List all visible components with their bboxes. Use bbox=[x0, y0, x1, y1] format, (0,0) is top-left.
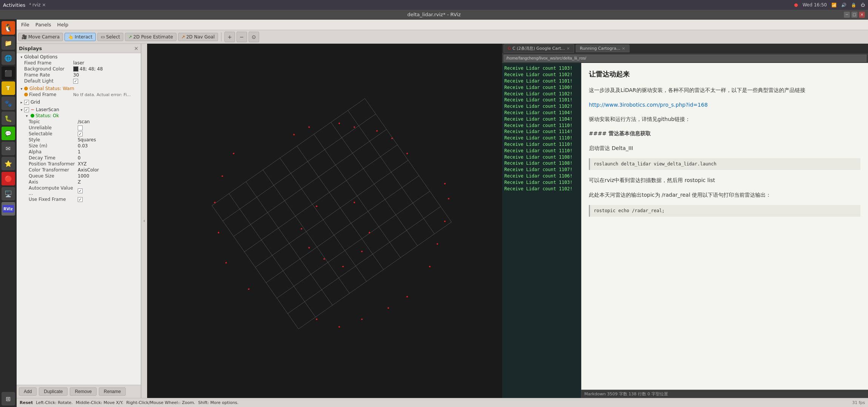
background-color-label: Background Color bbox=[24, 66, 73, 72]
global-options-row[interactable]: ▾ Global Options bbox=[18, 54, 139, 60]
taskbar-star-icon[interactable]: ⭐ bbox=[2, 157, 15, 170]
browser-tab-close-1[interactable]: × bbox=[622, 46, 625, 51]
grid-checkbox[interactable]: ✓ bbox=[24, 100, 29, 105]
close-button[interactable]: × bbox=[859, 12, 865, 18]
3d-canvas[interactable] bbox=[147, 44, 502, 398]
app-container: delta_lidar.rviz* - RViz − □ × 🐧 📁 🌐 ⬛ T… bbox=[0, 10, 868, 407]
terminal-line: Receive Lidar count 1110! bbox=[504, 135, 579, 141]
taskbar-ubuntu-icon[interactable]: 🐧 bbox=[2, 21, 15, 35]
unreliable-value[interactable] bbox=[78, 125, 83, 130]
section-heading1: 让雷达动起来 bbox=[589, 69, 860, 80]
camera-move-icon: 🎥 bbox=[22, 34, 27, 40]
selectable-value[interactable]: ✓ bbox=[78, 132, 83, 136]
select-button[interactable]: ▭ Select bbox=[97, 33, 123, 41]
taskbar-mail-icon[interactable]: ✉️ bbox=[2, 142, 15, 155]
panel-collapse-button[interactable]: ‹ bbox=[141, 44, 147, 398]
color-transformer-value[interactable]: AxisColor bbox=[78, 167, 99, 173]
fixed-frame-value[interactable]: laser bbox=[73, 60, 84, 66]
global-options-expander[interactable]: ▾ bbox=[19, 55, 24, 59]
global-status-expander[interactable]: ▾ bbox=[19, 87, 24, 91]
taskbar-monitor-icon[interactable]: 🖥️ bbox=[2, 187, 15, 200]
maximize-button[interactable]: □ bbox=[851, 12, 857, 18]
fixed-frame-warn-value: No tf data. Actual error: Fi... bbox=[73, 92, 131, 97]
remove-button[interactable]: Remove bbox=[70, 387, 97, 396]
terminal-line: Receive Lidar count 1102! bbox=[504, 72, 579, 78]
laserscan-row[interactable]: ▾ ✓ ~ LaserScan bbox=[18, 107, 139, 113]
color-transformer-row: Color Transformer AxisColor bbox=[18, 167, 139, 173]
menu-file[interactable]: File bbox=[18, 21, 32, 28]
3d-viewport[interactable] bbox=[147, 44, 502, 398]
toolbar-camera-button[interactable]: ⊙ bbox=[249, 32, 259, 42]
browser-tab-close-0[interactable]: × bbox=[567, 46, 570, 51]
taskbar-text-icon[interactable]: T bbox=[2, 81, 15, 95]
fps-counter: 31 fps bbox=[852, 400, 865, 405]
autocompute-checkbox[interactable]: ✓ bbox=[78, 188, 83, 193]
rviz-app-label[interactable]: ⁴ rviz × bbox=[29, 2, 46, 8]
section1-text: 这一步涉及及LiDAR的驱动安装，各种不同的雷达不太一样，以下是一些典型雷达的产… bbox=[589, 86, 860, 94]
shift-help: Shift: More options. bbox=[198, 400, 238, 405]
grid-expander[interactable]: ▸ bbox=[19, 100, 24, 104]
taskbar-bug-icon[interactable]: 🐛 bbox=[2, 112, 15, 125]
browser-tab-google[interactable]: G C (2条消息) Google Cart... × bbox=[504, 44, 574, 53]
taskbar-files-icon[interactable]: 📁 bbox=[2, 36, 15, 50]
rename-button[interactable]: Rename bbox=[99, 387, 126, 396]
size-value[interactable]: 0.03 bbox=[78, 143, 88, 148]
section5-text: 此处本天河雷达的输出topic为 /radar_real 使用以下语句打印当前雷… bbox=[589, 191, 860, 199]
move-camera-button[interactable]: 🎥 Move Camera bbox=[18, 33, 63, 41]
laserscan-checkbox[interactable]: ✓ bbox=[24, 107, 29, 112]
duplicate-button[interactable]: Duplicate bbox=[39, 387, 68, 396]
add-button[interactable]: Add bbox=[19, 387, 37, 396]
pose-estimate-button[interactable]: ↗ 2D Pose Estimate bbox=[125, 33, 176, 41]
activities-button[interactable]: Activities bbox=[3, 2, 25, 8]
link1[interactable]: http://www.3irobotics.com/pro_s.php?id=1… bbox=[589, 102, 708, 108]
default-light-row: Default Light ✓ bbox=[18, 78, 139, 84]
use-fixed-frame-checkbox[interactable]: ✓ bbox=[78, 197, 83, 202]
topic-value[interactable]: /scan bbox=[78, 119, 90, 124]
taskbar-rviz-icon[interactable]: RViz bbox=[2, 202, 15, 216]
displays-close-button[interactable]: × bbox=[134, 45, 138, 51]
reset-button[interactable]: Reset bbox=[20, 400, 33, 405]
style-value[interactable]: Squares bbox=[78, 137, 96, 142]
status-expander[interactable]: ▾ bbox=[24, 114, 29, 118]
taskbar-grid-icon[interactable]: ⊞ bbox=[2, 392, 15, 405]
axis-value[interactable]: Z bbox=[78, 179, 81, 185]
section-2: 驱动安装和运行方法，详情见github链接： bbox=[589, 115, 860, 123]
taskbar-red-icon[interactable]: 🔴 bbox=[2, 172, 15, 185]
decay-time-value[interactable]: 0 bbox=[78, 155, 81, 161]
nav-goal-button[interactable]: ↗ 2D Nav Goal bbox=[178, 33, 218, 41]
unreliable-checkbox[interactable] bbox=[78, 125, 83, 130]
queue-size-value[interactable]: 1000 bbox=[78, 173, 89, 179]
grid-row[interactable]: ▸ ✓ Grid bbox=[18, 99, 139, 105]
global-status-label: Global Status: Warn bbox=[29, 86, 74, 91]
position-transformer-value[interactable]: XYZ bbox=[78, 161, 87, 167]
use-fixed-frame-value[interactable]: ✓ bbox=[78, 197, 83, 202]
markdown-status-bar: Markdown 3509 字数 138 行数 0 字型位置 bbox=[581, 390, 868, 398]
taskbar-paw-icon[interactable]: 🐾 bbox=[2, 96, 15, 110]
address-input[interactable] bbox=[504, 55, 866, 62]
minimize-button[interactable]: − bbox=[844, 12, 850, 18]
background-color-value[interactable]: 48; 48; 48 bbox=[73, 66, 103, 72]
default-light-checkbox[interactable]: ✓ bbox=[73, 79, 78, 84]
autocompute-value[interactable]: ✓ bbox=[78, 188, 83, 193]
terminal-line: Receive Lidar count 1110! bbox=[504, 141, 579, 148]
browser-tab-cartographer[interactable]: Running Cartogra... × bbox=[576, 44, 630, 52]
right-panel: G C (2条消息) Google Cart... × Running Cart… bbox=[502, 44, 868, 398]
nav-icon: ↗ bbox=[181, 34, 185, 40]
taskbar-browser-icon[interactable]: 🌐 bbox=[2, 51, 15, 65]
menu-panels[interactable]: Panels bbox=[32, 21, 54, 28]
terminal-output: Receive Lidar count 1103!Receive Lidar c… bbox=[503, 64, 580, 193]
toolbar-minus-button[interactable]: − bbox=[237, 32, 247, 42]
laserscan-expander[interactable]: ▾ bbox=[19, 108, 24, 112]
selectable-checkbox[interactable]: ✓ bbox=[78, 132, 83, 136]
taskbar-terminal-icon[interactable]: ⬛ bbox=[2, 66, 15, 80]
global-status-row[interactable]: ▾ Global Status: Warn bbox=[18, 86, 139, 92]
taskbar-wechat-icon[interactable]: 💬 bbox=[2, 127, 15, 140]
terminal-line: Receive Lidar count 1103! bbox=[504, 65, 579, 72]
default-light-value[interactable]: ✓ bbox=[73, 79, 78, 84]
interact-button[interactable]: 👆 Interact bbox=[65, 33, 96, 41]
alpha-value[interactable]: 1 bbox=[78, 149, 81, 155]
menu-help[interactable]: Help bbox=[54, 21, 72, 28]
frame-rate-value[interactable]: 30 bbox=[73, 72, 79, 78]
queue-size-row: Queue Size 1000 bbox=[18, 173, 139, 179]
toolbar-plus-button[interactable]: + bbox=[224, 32, 235, 42]
